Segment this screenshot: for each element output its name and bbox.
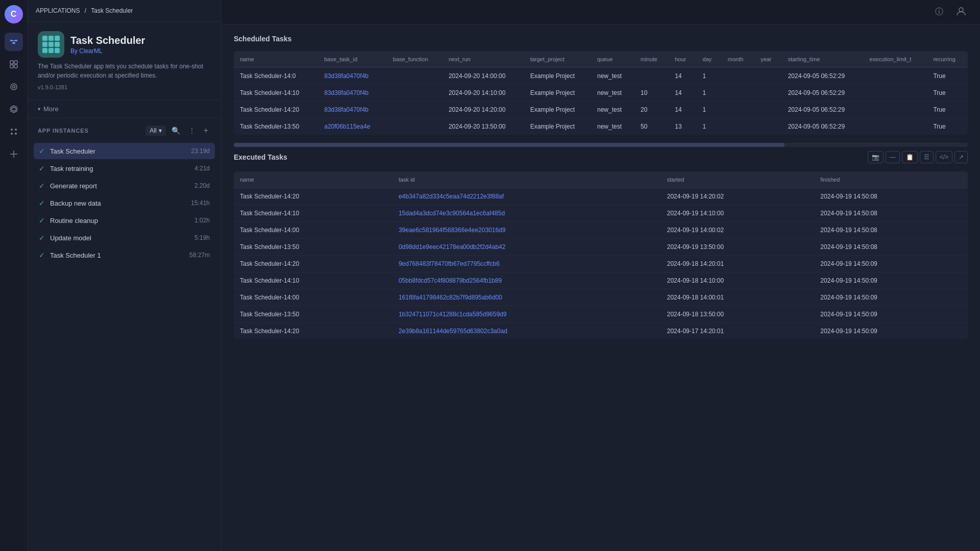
scheduled-tasks-table: name base_task_id base_function next_run… (234, 51, 968, 135)
instance-name: Task retraining (50, 165, 189, 172)
cell-name: Task Scheduler-14:20 (234, 256, 393, 272)
chevron-down-icon: ▾ (159, 127, 162, 134)
instance-item[interactable]: ✓ Generate report 2.20d (34, 178, 215, 194)
filter-button[interactable]: All ▾ (145, 126, 165, 136)
breadcrumb-page: Task Scheduler (91, 7, 133, 14)
cell-base-function (387, 85, 443, 102)
more-row[interactable]: ▾ More (28, 100, 221, 118)
cell-year (754, 102, 782, 118)
executed-tasks-header: Executed Tasks 📷 — 📋 ☰ </> ↗ (234, 151, 968, 163)
app-icon (38, 31, 64, 58)
instance-name: Task Scheduler 1 (50, 252, 184, 259)
svg-point-11 (11, 129, 13, 131)
col-base-task-id: base_task_id (318, 51, 387, 68)
svg-point-13 (11, 133, 13, 135)
cell-execution-limit (863, 102, 927, 118)
table-row: Task Scheduler-14:0 83d38fa0470f4b 2024-… (234, 68, 968, 85)
instance-name: Generate report (50, 182, 189, 190)
cell-queue: new_test (591, 68, 634, 85)
logo[interactable]: C (5, 5, 23, 23)
instance-name: Task Scheduler (50, 147, 186, 155)
copy-button[interactable]: 📋 (902, 151, 918, 163)
cell-base-task-id[interactable]: 83d38fa0470f4b (318, 102, 387, 118)
main-content: ⓘ Scheduled Tasks name base_task_id base… (222, 0, 980, 551)
check-icon: ✓ (39, 164, 45, 172)
nav-icon-layers[interactable] (5, 100, 23, 118)
col-started: started (661, 171, 815, 188)
instance-item[interactable]: ✓ Task Scheduler 1 58:27m (34, 247, 215, 263)
cell-name: Task Scheduler-14:00 (234, 222, 393, 239)
instance-item[interactable]: ✓ Update model 5:19h (34, 230, 215, 246)
svg-point-15 (959, 8, 963, 12)
instances-list: ✓ Task Scheduler 23:19d ✓ Task retrainin… (28, 141, 221, 551)
cell-execution-limit (863, 68, 927, 85)
expand-button[interactable]: ↗ (954, 151, 968, 163)
svg-point-14 (15, 133, 17, 135)
col-day: day (697, 51, 722, 68)
cell-base-task-id[interactable]: 83d38fa0470f4b (318, 68, 387, 85)
scheduled-tasks-table-container: name base_task_id base_function next_run… (234, 51, 968, 135)
nav-icon-pipeline[interactable] (5, 33, 23, 51)
instance-item[interactable]: ✓ Task retraining 4:21d (34, 160, 215, 177)
col-base-function: base_function (387, 51, 443, 68)
cell-started: 2024-09-19 14:20:02 (661, 188, 815, 205)
help-icon[interactable]: ⓘ (932, 4, 946, 20)
cell-base-task-id[interactable]: a20f06b115ea4e (318, 118, 387, 135)
search-button[interactable]: 🔍 (169, 125, 183, 136)
camera-button[interactable]: 📷 (868, 151, 884, 163)
cell-task-id[interactable]: 9ed768483f78470fb67ed7795ccffcb6 (393, 256, 661, 272)
cell-day: 1 (697, 68, 722, 85)
cell-task-id[interactable]: 15dad4a3dcd74e3c90564a1ec6af485d (393, 205, 661, 222)
cell-month (722, 102, 754, 118)
table-row: Task Scheduler-14:10 83d38fa0470f4b 2024… (234, 85, 968, 102)
cell-task-id[interactable]: 0d98dd1e9eec42178ea00db2f2d4ab42 (393, 239, 661, 256)
cell-name: Task Scheduler-14:20 (234, 188, 393, 205)
cell-task-id[interactable]: 1b324711071c41288c1cda585d9659d9 (393, 306, 661, 323)
code-button[interactable]: </> (936, 151, 952, 163)
dash-button[interactable]: — (886, 151, 900, 163)
instance-item[interactable]: ✓ Backup new data 15:41h (34, 195, 215, 211)
cell-base-task-id[interactable]: 83d38fa0470f4b (318, 85, 387, 102)
nav-icon-dataset[interactable] (5, 55, 23, 73)
instance-item[interactable]: ✓ Task Scheduler 23:19d (34, 143, 215, 159)
cell-next-run: 2024-09-20 14:10:00 (443, 85, 524, 102)
breadcrumb-app[interactable]: APPLICATIONS (36, 7, 80, 14)
cell-name: Task Scheduler-14:00 (234, 289, 393, 306)
horizontal-scrollbar[interactable] (234, 143, 968, 147)
chevron-down-icon: ▾ (38, 106, 40, 112)
nav-icon-experiment[interactable] (5, 78, 23, 96)
table-row: Task Scheduler-14:00 39eae6c581964f56836… (234, 222, 968, 239)
app-author: By ClearML (70, 47, 145, 55)
instance-item[interactable]: ✓ Routine cleanup 1:02h (34, 212, 215, 229)
cell-name: Task Scheduler-14:20 (234, 102, 318, 118)
user-icon[interactable] (952, 3, 970, 22)
more-options-button[interactable]: ⋮ (186, 125, 198, 136)
svg-rect-8 (14, 65, 17, 68)
col-recurring: recurring (927, 51, 968, 68)
scrollbar-thumb[interactable] (234, 143, 785, 147)
nav-icon-apps[interactable] (5, 122, 23, 141)
table-button[interactable]: ☰ (920, 151, 934, 163)
cell-month (722, 118, 754, 135)
check-icon: ✓ (39, 199, 45, 207)
nav-icon-tools[interactable] (5, 145, 23, 163)
instance-time: 58:27m (189, 252, 210, 259)
cell-next-run: 2024-09-20 14:20:00 (443, 102, 524, 118)
cell-name: Task Scheduler-14:10 (234, 205, 393, 222)
breadcrumb-sep: / (85, 7, 86, 14)
cell-task-id[interactable]: 05bb8fdcd57c4f808879bd2564fb1b89 (393, 272, 661, 289)
cell-started: 2024-09-19 13:50:00 (661, 239, 815, 256)
cell-task-id[interactable]: 161f8fa41798462c82b7f9d895ab6d00 (393, 289, 661, 306)
col-month: month (722, 51, 754, 68)
table-row: Task Scheduler-13:50 0d98dd1e9eec42178ea… (234, 239, 968, 256)
cell-task-id[interactable]: e4b347a82d334c5eaa74d2212e3f88af (393, 188, 661, 205)
svg-rect-7 (10, 65, 13, 68)
cell-task-id[interactable]: 39eae6c581964f568366e4ee203016d9 (393, 222, 661, 239)
table-row: Task Scheduler-14:10 05bb8fdcd57c4f80887… (234, 272, 968, 289)
executed-tasks-table: name task id started finished Task Sched… (234, 171, 968, 339)
cell-target-project: Example Project (524, 85, 591, 102)
cell-task-id[interactable]: 2e39b8a161144de59765d63802c3a0ad (393, 323, 661, 340)
add-instance-button[interactable]: + (201, 124, 211, 137)
col-year: year (754, 51, 782, 68)
col-minute: minute (634, 51, 669, 68)
